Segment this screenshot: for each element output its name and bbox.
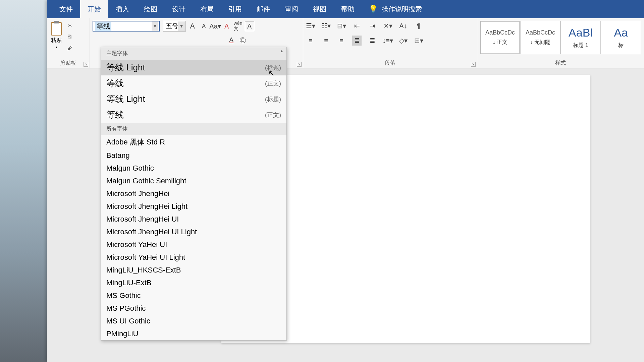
font-option-name: Batang bbox=[106, 151, 130, 160]
bullets-button[interactable]: ☰▾ bbox=[306, 21, 315, 31]
tab-design[interactable]: 设计 bbox=[165, 0, 193, 18]
style-item[interactable]: AaBbCcDc↓ 正文 bbox=[480, 21, 520, 54]
tab-file[interactable]: 文件 bbox=[52, 0, 80, 18]
scroll-up-icon[interactable]: ▲ bbox=[280, 49, 284, 53]
font-option-name: Microsoft YaHei UI Light bbox=[106, 253, 185, 262]
align-justify-button[interactable]: ≣ bbox=[352, 36, 362, 46]
font-option-name: Microsoft JhengHei Light bbox=[106, 202, 187, 211]
cut-button[interactable]: ✂ bbox=[65, 21, 74, 30]
sort-button[interactable]: A↓ bbox=[398, 21, 408, 31]
tell-me-search[interactable]: 💡 操作说明搜索 bbox=[369, 5, 422, 14]
font-option-suffix: (正文) bbox=[265, 111, 281, 119]
font-option[interactable]: 等线(正文) bbox=[101, 107, 286, 123]
numbering-button[interactable]: ☷▾ bbox=[321, 21, 331, 31]
font-size-combo[interactable]: 五号 ▾ bbox=[163, 21, 186, 32]
font-option-name: MS Gothic bbox=[106, 291, 141, 300]
group-clipboard-label: 剪贴板 bbox=[50, 58, 87, 67]
font-option[interactable]: MingLiU-ExtB bbox=[101, 277, 286, 289]
font-option-name: 等线 Light bbox=[106, 62, 145, 73]
style-item[interactable]: Aa标 bbox=[601, 21, 641, 54]
font-expand-icon[interactable]: ↘ bbox=[297, 62, 302, 67]
char-border-button[interactable]: A bbox=[245, 21, 254, 31]
font-size-value: 五号 bbox=[166, 22, 178, 30]
style-preview: AaBbCcDc bbox=[485, 29, 515, 36]
font-option[interactable]: Malgun Gothic bbox=[101, 162, 286, 175]
tab-draw[interactable]: 绘图 bbox=[137, 0, 165, 18]
change-case-button[interactable]: Aa▾ bbox=[211, 21, 220, 31]
phonetic-guide-button[interactable]: wén文 bbox=[233, 21, 243, 31]
font-option[interactable]: Microsoft JhengHei UI bbox=[101, 213, 286, 226]
paragraph-expand-icon[interactable]: ↘ bbox=[471, 62, 476, 67]
chevron-down-icon: ▾ bbox=[56, 45, 57, 49]
chevron-down-icon[interactable]: ▾ bbox=[152, 21, 158, 31]
font-option-name: MingLiU-ExtB bbox=[106, 279, 151, 287]
style-item[interactable]: AaBl标题 1 bbox=[560, 21, 601, 54]
decrease-indent-button[interactable]: ⇤ bbox=[352, 21, 362, 31]
multilevel-list-button[interactable]: ⊟▾ bbox=[337, 21, 346, 31]
font-option-name: Microsoft YaHei UI bbox=[106, 240, 167, 249]
tab-view[interactable]: 视图 bbox=[306, 0, 334, 18]
font-option[interactable]: MS PGothic bbox=[101, 302, 286, 315]
style-preview: AaBbCcDc bbox=[526, 29, 555, 36]
format-painter-button[interactable]: 🖌 bbox=[65, 44, 74, 53]
grow-font-button[interactable]: A bbox=[188, 21, 197, 31]
font-option[interactable]: Batang bbox=[101, 149, 286, 162]
borders-button[interactable]: ⊞▾ bbox=[414, 36, 423, 46]
font-option-suffix: (正文) bbox=[265, 79, 281, 87]
font-option[interactable]: MS UI Gothic bbox=[101, 315, 286, 327]
style-label: ↓ 无间隔 bbox=[530, 39, 550, 46]
font-option-name: MS PGothic bbox=[106, 304, 146, 313]
tab-references[interactable]: 引用 bbox=[221, 0, 249, 18]
style-label: ↓ 正文 bbox=[493, 39, 507, 46]
font-option-name: MS UI Gothic bbox=[106, 317, 150, 325]
asian-layout-button[interactable]: ✕▾ bbox=[383, 21, 392, 31]
lightbulb-icon: 💡 bbox=[369, 5, 378, 13]
enclose-char-button[interactable]: ㊐ bbox=[238, 35, 248, 45]
font-option[interactable]: PMingLiU bbox=[101, 327, 286, 340]
tab-home[interactable]: 开始 bbox=[80, 0, 108, 18]
increase-indent-button[interactable]: ⇥ bbox=[368, 21, 377, 31]
font-option[interactable]: Microsoft JhengHei UI Light bbox=[101, 226, 286, 238]
font-option[interactable]: MingLiU_HKSCS-ExtB bbox=[101, 264, 286, 277]
font-option[interactable]: 等线 Light(标题) bbox=[101, 60, 286, 75]
font-option-suffix: (标题) bbox=[265, 64, 281, 72]
font-option-suffix: (标题) bbox=[265, 95, 281, 103]
clipboard-expand-icon[interactable]: ↘ bbox=[84, 62, 88, 67]
align-right-button[interactable]: ≡ bbox=[337, 36, 346, 46]
paste-button[interactable]: 粘贴 ▾ bbox=[50, 21, 63, 50]
font-option[interactable]: 等线(正文) bbox=[101, 75, 286, 91]
font-option[interactable]: Microsoft JhengHei bbox=[101, 187, 286, 200]
style-preview: Aa bbox=[614, 26, 628, 39]
font-option-name: Microsoft JhengHei UI Light bbox=[106, 228, 197, 236]
font-option[interactable]: 等线 Light(标题) bbox=[101, 91, 286, 107]
font-option[interactable]: Microsoft YaHei UI bbox=[101, 238, 286, 251]
style-item[interactable]: AaBbCcDc↓ 无间隔 bbox=[520, 21, 560, 54]
align-center-button[interactable]: ≡ bbox=[321, 36, 331, 46]
clear-formatting-button[interactable]: A bbox=[222, 21, 231, 31]
shrink-font-button[interactable]: A bbox=[199, 21, 209, 31]
tab-help[interactable]: 帮助 bbox=[334, 0, 362, 18]
line-spacing-button[interactable]: ↕≡▾ bbox=[383, 36, 392, 46]
style-label: 标题 1 bbox=[573, 42, 588, 49]
font-option[interactable]: MS Gothic bbox=[101, 289, 286, 302]
tab-mailings[interactable]: 邮件 bbox=[249, 0, 277, 18]
font-name-combo[interactable]: 等线 ▾ bbox=[93, 21, 160, 32]
paste-label: 粘贴 bbox=[51, 37, 62, 44]
tab-review[interactable]: 审阅 bbox=[277, 0, 306, 18]
shading-button[interactable]: ◇▾ bbox=[398, 36, 408, 46]
style-label: 标 bbox=[618, 42, 624, 49]
font-option[interactable]: Malgun Gothic Semilight bbox=[101, 175, 286, 187]
style-preview: AaBl bbox=[569, 26, 593, 39]
show-marks-button[interactable]: ¶ bbox=[414, 21, 423, 31]
chevron-down-icon[interactable]: ▾ bbox=[178, 21, 185, 31]
font-option[interactable]: Microsoft YaHei UI Light bbox=[101, 251, 286, 264]
align-left-button[interactable]: ≡ bbox=[306, 36, 315, 46]
font-option[interactable]: Adobe 黑体 Std R bbox=[101, 135, 286, 149]
group-paragraph: ☰▾ ☷▾ ⊟▾ ⇤ ⇥ ✕▾ A↓ ¶ ≡ ≡ ≡ ≣ ≣ ↕≡▾ ◇▾ bbox=[303, 18, 477, 68]
tab-insert[interactable]: 插入 bbox=[108, 0, 137, 18]
copy-button[interactable]: ⎘ bbox=[65, 32, 74, 42]
distributed-button[interactable]: ≣ bbox=[368, 36, 377, 46]
font-color-button[interactable]: A bbox=[227, 35, 236, 45]
font-option[interactable]: Microsoft JhengHei Light bbox=[101, 200, 286, 213]
tab-layout[interactable]: 布局 bbox=[193, 0, 221, 18]
